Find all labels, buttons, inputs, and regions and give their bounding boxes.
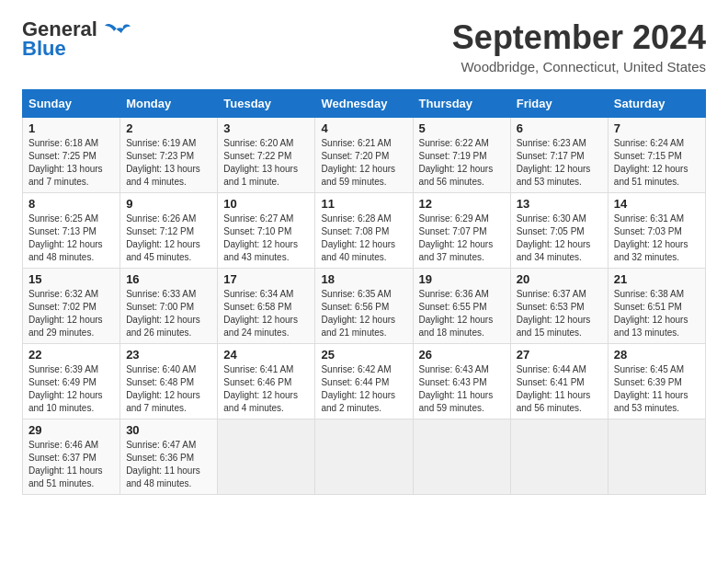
calendar-cell: 3 Sunrise: 6:20 AM Sunset: 7:22 PM Dayli… [218, 118, 315, 193]
day-number: 30 [126, 423, 211, 437]
calendar-cell [413, 419, 510, 495]
calendar-cell: 24 Sunrise: 6:41 AM Sunset: 6:46 PM Dayl… [218, 344, 315, 419]
day-number: 18 [321, 272, 406, 286]
month-title: September 2024 [452, 18, 706, 57]
day-number: 5 [419, 121, 505, 135]
day-info: Sunrise: 6:35 AM Sunset: 6:56 PM Dayligh… [321, 288, 406, 339]
calendar-week-row: 29 Sunrise: 6:46 AM Sunset: 6:37 PM Dayl… [23, 419, 706, 495]
day-info: Sunrise: 6:33 AM Sunset: 7:00 PM Dayligh… [126, 288, 211, 339]
day-info: Sunrise: 6:20 AM Sunset: 7:22 PM Dayligh… [223, 137, 309, 189]
calendar-cell: 1 Sunrise: 6:18 AM Sunset: 7:25 PM Dayli… [23, 118, 120, 193]
day-number: 23 [126, 348, 211, 362]
calendar-cell: 18 Sunrise: 6:35 AM Sunset: 6:56 PM Dayl… [315, 269, 413, 344]
day-info: Sunrise: 6:32 AM Sunset: 7:02 PM Dayligh… [28, 288, 114, 339]
calendar-cell: 13 Sunrise: 6:30 AM Sunset: 7:05 PM Dayl… [510, 193, 608, 269]
day-info: Sunrise: 6:22 AM Sunset: 7:19 PM Dayligh… [419, 137, 505, 189]
day-number: 16 [126, 272, 211, 286]
title-section: September 2024 Woodbridge, Connecticut, … [452, 18, 706, 75]
day-info: Sunrise: 6:31 AM Sunset: 7:03 PM Dayligh… [614, 213, 700, 264]
day-info: Sunrise: 6:46 AM Sunset: 6:37 PM Dayligh… [28, 439, 114, 490]
weekday-header-friday: Friday [510, 90, 608, 118]
day-number: 22 [28, 348, 114, 362]
calendar-cell: 19 Sunrise: 6:36 AM Sunset: 6:55 PM Dayl… [413, 269, 510, 344]
calendar-cell: 15 Sunrise: 6:32 AM Sunset: 7:02 PM Dayl… [23, 269, 120, 344]
calendar-cell: 8 Sunrise: 6:25 AM Sunset: 7:13 PM Dayli… [23, 193, 120, 269]
weekday-header-saturday: Saturday [608, 90, 705, 118]
day-info: Sunrise: 6:38 AM Sunset: 6:51 PM Dayligh… [614, 288, 700, 339]
day-info: Sunrise: 6:40 AM Sunset: 6:48 PM Dayligh… [126, 363, 211, 415]
day-number: 6 [517, 121, 602, 135]
day-info: Sunrise: 6:34 AM Sunset: 6:58 PM Dayligh… [223, 288, 309, 339]
day-info: Sunrise: 6:42 AM Sunset: 6:44 PM Dayligh… [321, 363, 406, 415]
day-number: 7 [614, 121, 700, 135]
day-info: Sunrise: 6:30 AM Sunset: 7:05 PM Dayligh… [517, 213, 602, 264]
calendar-cell: 10 Sunrise: 6:27 AM Sunset: 7:10 PM Dayl… [218, 193, 315, 269]
calendar-cell [510, 419, 608, 495]
weekday-header-sunday: Sunday [23, 90, 120, 118]
day-info: Sunrise: 6:29 AM Sunset: 7:07 PM Dayligh… [419, 213, 505, 264]
day-number: 14 [614, 197, 700, 211]
day-number: 21 [614, 272, 700, 286]
day-info: Sunrise: 6:45 AM Sunset: 6:39 PM Dayligh… [614, 363, 700, 415]
day-number: 25 [321, 348, 406, 362]
calendar-cell [218, 419, 315, 495]
day-info: Sunrise: 6:28 AM Sunset: 7:08 PM Dayligh… [321, 213, 406, 264]
weekday-header-thursday: Thursday [413, 90, 510, 118]
weekday-header-tuesday: Tuesday [218, 90, 315, 118]
calendar-cell: 9 Sunrise: 6:26 AM Sunset: 7:12 PM Dayli… [120, 193, 218, 269]
day-info: Sunrise: 6:44 AM Sunset: 6:41 PM Dayligh… [517, 363, 602, 415]
day-number: 10 [223, 197, 309, 211]
day-number: 26 [419, 348, 505, 362]
calendar-week-row: 15 Sunrise: 6:32 AM Sunset: 7:02 PM Dayl… [23, 269, 706, 344]
logo: General Blue [22, 18, 131, 61]
day-number: 2 [126, 121, 211, 135]
day-info: Sunrise: 6:18 AM Sunset: 7:25 PM Dayligh… [28, 137, 114, 189]
calendar-cell: 20 Sunrise: 6:37 AM Sunset: 6:53 PM Dayl… [510, 269, 608, 344]
calendar-cell: 14 Sunrise: 6:31 AM Sunset: 7:03 PM Dayl… [608, 193, 705, 269]
day-number: 17 [223, 272, 309, 286]
day-number: 11 [321, 197, 406, 211]
calendar-cell: 22 Sunrise: 6:39 AM Sunset: 6:49 PM Dayl… [23, 344, 120, 419]
logo-bird-icon [105, 22, 131, 39]
day-info: Sunrise: 6:27 AM Sunset: 7:10 PM Dayligh… [223, 213, 309, 264]
calendar-cell [608, 419, 705, 495]
day-info: Sunrise: 6:23 AM Sunset: 7:17 PM Dayligh… [517, 137, 602, 189]
day-number: 3 [223, 121, 309, 135]
weekday-header-wednesday: Wednesday [315, 90, 413, 118]
calendar-week-row: 22 Sunrise: 6:39 AM Sunset: 6:49 PM Dayl… [23, 344, 706, 419]
day-info: Sunrise: 6:25 AM Sunset: 7:13 PM Dayligh… [28, 213, 114, 264]
day-info: Sunrise: 6:43 AM Sunset: 6:43 PM Dayligh… [419, 363, 505, 415]
day-number: 1 [28, 121, 114, 135]
calendar-cell: 28 Sunrise: 6:45 AM Sunset: 6:39 PM Dayl… [608, 344, 705, 419]
calendar-cell: 16 Sunrise: 6:33 AM Sunset: 7:00 PM Dayl… [120, 269, 218, 344]
day-info: Sunrise: 6:37 AM Sunset: 6:53 PM Dayligh… [517, 288, 602, 339]
day-number: 8 [28, 197, 114, 211]
day-info: Sunrise: 6:47 AM Sunset: 6:36 PM Dayligh… [126, 439, 211, 490]
day-number: 28 [614, 348, 700, 362]
calendar-cell: 4 Sunrise: 6:21 AM Sunset: 7:20 PM Dayli… [315, 118, 413, 193]
calendar-cell: 12 Sunrise: 6:29 AM Sunset: 7:07 PM Dayl… [413, 193, 510, 269]
weekday-header-row: SundayMondayTuesdayWednesdayThursdayFrid… [23, 90, 706, 118]
calendar-cell: 2 Sunrise: 6:19 AM Sunset: 7:23 PM Dayli… [120, 118, 218, 193]
day-info: Sunrise: 6:36 AM Sunset: 6:55 PM Dayligh… [419, 288, 505, 339]
day-info: Sunrise: 6:26 AM Sunset: 7:12 PM Dayligh… [126, 213, 211, 264]
calendar-week-row: 8 Sunrise: 6:25 AM Sunset: 7:13 PM Dayli… [23, 193, 706, 269]
day-info: Sunrise: 6:24 AM Sunset: 7:15 PM Dayligh… [614, 137, 700, 189]
calendar-cell [315, 419, 413, 495]
calendar-cell: 6 Sunrise: 6:23 AM Sunset: 7:17 PM Dayli… [510, 118, 608, 193]
day-info: Sunrise: 6:21 AM Sunset: 7:20 PM Dayligh… [321, 137, 406, 189]
day-number: 9 [126, 197, 211, 211]
calendar-week-row: 1 Sunrise: 6:18 AM Sunset: 7:25 PM Dayli… [23, 118, 706, 193]
calendar-cell: 26 Sunrise: 6:43 AM Sunset: 6:43 PM Dayl… [413, 344, 510, 419]
day-number: 24 [223, 348, 309, 362]
day-number: 20 [517, 272, 602, 286]
page-header: General Blue September 2024 Woodbridge, … [22, 18, 706, 75]
day-number: 27 [517, 348, 602, 362]
day-number: 19 [419, 272, 505, 286]
calendar-cell: 29 Sunrise: 6:46 AM Sunset: 6:37 PM Dayl… [23, 419, 120, 495]
day-info: Sunrise: 6:41 AM Sunset: 6:46 PM Dayligh… [223, 363, 309, 415]
logo-blue: Blue [22, 37, 66, 61]
day-number: 13 [517, 197, 602, 211]
calendar-cell: 23 Sunrise: 6:40 AM Sunset: 6:48 PM Dayl… [120, 344, 218, 419]
day-number: 29 [28, 423, 114, 437]
